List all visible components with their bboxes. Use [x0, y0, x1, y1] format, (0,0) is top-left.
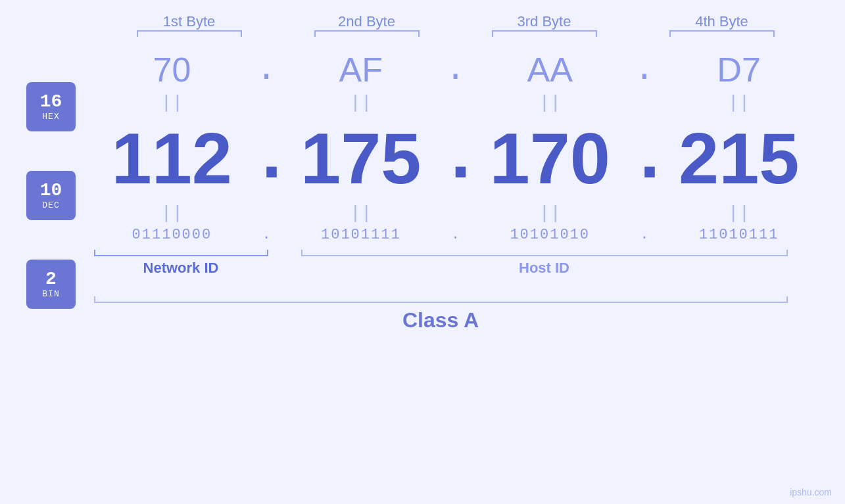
watermark: ipshu.com [790, 487, 832, 497]
eq-2: || [283, 93, 439, 113]
bottom-bracket-row [94, 250, 817, 256]
host-bracket [301, 250, 788, 256]
class-bracket [94, 296, 788, 303]
byte-header-2: 2nd Byte [278, 13, 456, 30]
eq-4: || [661, 93, 817, 113]
bin-val-1: 01110000 [94, 227, 251, 243]
bracket-3 [456, 30, 633, 37]
equals-row-2: || || || || [94, 203, 817, 223]
hex-name: HEX [42, 112, 59, 122]
bin-val-4: 11010111 [661, 227, 817, 243]
hex-num: 16 [40, 92, 62, 112]
bin-name: BIN [42, 289, 59, 299]
hex-dot-2: . [439, 51, 472, 89]
byte-headers: 1st Byte 2nd Byte 3rd Byte 4th Byte [59, 13, 845, 30]
dec-row: 112 . 175 . 170 . 215 [94, 116, 817, 200]
dec-name: DEC [42, 200, 59, 210]
eq-1: || [94, 93, 251, 113]
main-container: 1st Byte 2nd Byte 3rd Byte 4th Byte 16 H… [0, 0, 845, 504]
bin-badge: 2 BIN [26, 260, 76, 309]
hex-val-1: 70 [94, 50, 251, 89]
bin-val-3: 10101010 [471, 227, 628, 243]
base-labels: 16 HEX 10 DEC 2 BIN [26, 82, 76, 348]
dec-val-4: 215 [661, 116, 817, 200]
network-id-label: Network ID [94, 260, 268, 277]
dec-dot-2: . [439, 122, 472, 195]
dec-dot-1: . [250, 122, 283, 195]
byte-header-1: 1st Byte [101, 13, 278, 30]
dec-badge: 10 DEC [26, 171, 76, 220]
hex-dot-1: . [250, 51, 283, 89]
bracket-1 [101, 30, 278, 37]
dec-dot-3: . [628, 122, 661, 195]
dec-val-1: 112 [94, 116, 251, 200]
dec-val-3: 170 [472, 116, 629, 200]
bin-dot-1: . [250, 227, 283, 243]
dec-num: 10 [40, 181, 62, 201]
hex-val-4: D7 [661, 50, 817, 89]
hex-val-3: AA [471, 50, 628, 89]
hex-badge: 16 HEX [26, 82, 76, 131]
equals-row-1: || || || || [94, 93, 817, 113]
host-id-label: Host ID [301, 260, 788, 277]
bin-val-2: 10101111 [283, 227, 439, 243]
class-row: Class A [94, 296, 817, 332]
eq-8: || [661, 203, 817, 223]
hex-row: 70 . AF . AA . D7 [94, 50, 817, 89]
network-bracket [94, 250, 268, 256]
bin-row: 01110000 . 10101111 . 10101010 . 1101011… [94, 227, 817, 243]
class-label: Class A [94, 308, 788, 332]
eq-3: || [471, 93, 628, 113]
top-brackets [59, 30, 845, 37]
byte-header-4: 4th Byte [633, 13, 811, 30]
bin-dot-2: . [439, 227, 472, 243]
eq-5: || [94, 203, 251, 223]
bracket-2 [278, 30, 456, 37]
hex-dot-3: . [628, 51, 661, 89]
net-host-labels: Network ID Host ID [94, 260, 817, 277]
bin-num: 2 [45, 269, 57, 290]
dec-val-2: 175 [283, 116, 439, 200]
eq-7: || [471, 203, 628, 223]
hex-val-2: AF [283, 50, 439, 89]
eq-6: || [283, 203, 439, 223]
byte-header-3: 3rd Byte [456, 13, 633, 30]
values-area: 70 . AF . AA . D7 || || || || 112 . 175 … [59, 50, 845, 332]
bin-dot-3: . [628, 227, 661, 243]
bottom-brackets: Network ID Host ID [94, 250, 817, 277]
bracket-4 [633, 30, 811, 37]
